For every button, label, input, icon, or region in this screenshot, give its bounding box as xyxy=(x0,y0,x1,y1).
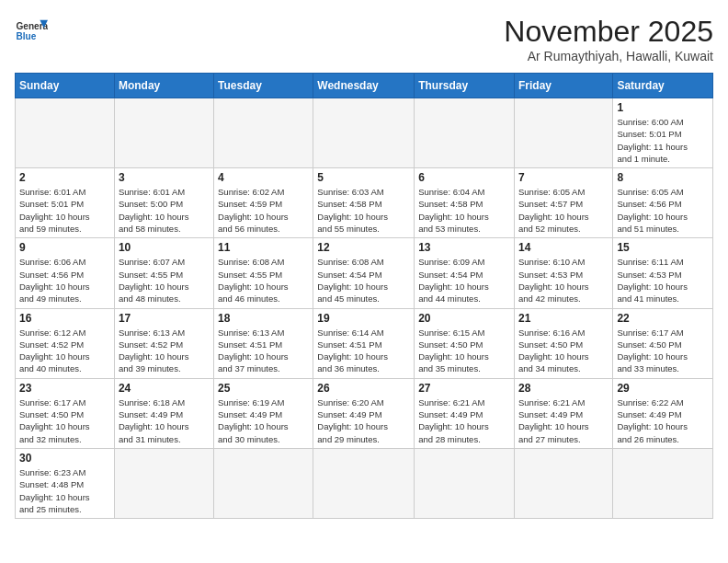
day-number: 28 xyxy=(518,382,609,395)
day-info: Sunrise: 6:15 AM Sunset: 4:50 PM Dayligh… xyxy=(418,327,510,375)
day-info: Sunrise: 6:17 AM Sunset: 4:50 PM Dayligh… xyxy=(19,396,110,445)
month-title: November 2025 xyxy=(504,15,713,49)
day-number: 13 xyxy=(418,241,510,254)
day-number: 25 xyxy=(218,382,309,395)
day-info: Sunrise: 6:06 AM Sunset: 4:56 PM Dayligh… xyxy=(19,256,110,304)
day-number: 21 xyxy=(518,312,609,325)
day-cell: 11Sunrise: 6:08 AM Sunset: 4:55 PM Dayli… xyxy=(214,238,313,308)
day-number: 16 xyxy=(19,312,110,325)
day-number: 7 xyxy=(518,171,609,184)
day-number: 15 xyxy=(617,241,709,254)
day-cell: 27Sunrise: 6:21 AM Sunset: 4:49 PM Dayli… xyxy=(415,378,515,448)
day-info: Sunrise: 6:08 AM Sunset: 4:54 PM Dayligh… xyxy=(317,256,410,304)
day-header-tuesday: Tuesday xyxy=(214,74,313,98)
day-header-row: SundayMondayTuesdayWednesdayThursdayFrid… xyxy=(16,74,713,98)
day-cell: 7Sunrise: 6:05 AM Sunset: 4:57 PM Daylig… xyxy=(514,168,612,238)
day-cell: 18Sunrise: 6:13 AM Sunset: 4:51 PM Dayli… xyxy=(214,308,313,378)
day-number: 20 xyxy=(418,312,510,325)
location-title: Ar Rumaythiyah, Hawalli, Kuwait xyxy=(504,49,713,63)
day-info: Sunrise: 6:12 AM Sunset: 4:52 PM Dayligh… xyxy=(19,327,110,375)
day-cell xyxy=(613,448,713,518)
day-header-sunday: Sunday xyxy=(16,74,115,98)
day-info: Sunrise: 6:01 AM Sunset: 5:01 PM Dayligh… xyxy=(19,186,110,235)
day-number: 3 xyxy=(119,171,210,184)
day-info: Sunrise: 6:21 AM Sunset: 4:49 PM Dayligh… xyxy=(418,396,510,445)
day-number: 17 xyxy=(119,312,210,325)
day-info: Sunrise: 6:10 AM Sunset: 4:53 PM Dayligh… xyxy=(518,256,609,304)
day-info: Sunrise: 6:16 AM Sunset: 4:50 PM Dayligh… xyxy=(518,327,609,375)
day-cell xyxy=(514,98,612,168)
day-number: 6 xyxy=(418,171,510,184)
day-cell: 21Sunrise: 6:16 AM Sunset: 4:50 PM Dayli… xyxy=(514,308,612,378)
day-cell: 17Sunrise: 6:13 AM Sunset: 4:52 PM Dayli… xyxy=(114,308,213,378)
day-cell xyxy=(16,98,115,168)
day-info: Sunrise: 6:05 AM Sunset: 4:57 PM Dayligh… xyxy=(518,186,609,235)
day-cell: 30Sunrise: 6:23 AM Sunset: 4:48 PM Dayli… xyxy=(16,448,115,518)
day-cell: 29Sunrise: 6:22 AM Sunset: 4:49 PM Dayli… xyxy=(613,378,713,448)
day-cell: 23Sunrise: 6:17 AM Sunset: 4:50 PM Dayli… xyxy=(16,378,115,448)
day-number: 14 xyxy=(518,241,609,254)
day-cell: 19Sunrise: 6:14 AM Sunset: 4:51 PM Dayli… xyxy=(313,308,415,378)
day-cell: 22Sunrise: 6:17 AM Sunset: 4:50 PM Dayli… xyxy=(613,308,713,378)
day-info: Sunrise: 6:03 AM Sunset: 4:58 PM Dayligh… xyxy=(317,186,410,235)
day-cell: 5Sunrise: 6:03 AM Sunset: 4:58 PM Daylig… xyxy=(313,168,415,238)
day-info: Sunrise: 6:01 AM Sunset: 5:00 PM Dayligh… xyxy=(119,186,210,235)
day-number: 10 xyxy=(119,241,210,254)
day-info: Sunrise: 6:04 AM Sunset: 4:58 PM Dayligh… xyxy=(418,186,510,235)
day-info: Sunrise: 6:13 AM Sunset: 4:52 PM Dayligh… xyxy=(119,327,210,375)
day-number: 26 xyxy=(317,382,410,395)
day-info: Sunrise: 6:13 AM Sunset: 4:51 PM Dayligh… xyxy=(218,327,309,375)
day-cell: 14Sunrise: 6:10 AM Sunset: 4:53 PM Dayli… xyxy=(514,238,612,308)
day-number: 29 xyxy=(617,382,709,395)
day-number: 2 xyxy=(19,171,110,184)
day-number: 23 xyxy=(19,382,110,395)
day-info: Sunrise: 6:22 AM Sunset: 4:49 PM Dayligh… xyxy=(617,396,709,445)
week-row-6: 30Sunrise: 6:23 AM Sunset: 4:48 PM Dayli… xyxy=(16,448,713,518)
svg-text:Blue: Blue xyxy=(16,31,36,41)
day-number: 9 xyxy=(19,241,110,254)
day-number: 4 xyxy=(218,171,309,184)
day-cell: 3Sunrise: 6:01 AM Sunset: 5:00 PM Daylig… xyxy=(114,168,213,238)
week-row-4: 16Sunrise: 6:12 AM Sunset: 4:52 PM Dayli… xyxy=(16,308,713,378)
week-row-5: 23Sunrise: 6:17 AM Sunset: 4:50 PM Dayli… xyxy=(16,378,713,448)
day-info: Sunrise: 6:00 AM Sunset: 5:01 PM Dayligh… xyxy=(617,116,709,165)
day-number: 22 xyxy=(617,312,709,325)
day-header-thursday: Thursday xyxy=(415,74,515,98)
day-cell xyxy=(415,448,515,518)
day-cell: 9Sunrise: 6:06 AM Sunset: 4:56 PM Daylig… xyxy=(16,238,115,308)
day-cell xyxy=(313,98,415,168)
day-header-monday: Monday xyxy=(114,74,213,98)
logo: General Blue xyxy=(15,15,48,48)
day-number: 19 xyxy=(317,312,410,325)
day-info: Sunrise: 6:20 AM Sunset: 4:49 PM Dayligh… xyxy=(317,396,410,445)
day-info: Sunrise: 6:05 AM Sunset: 4:56 PM Dayligh… xyxy=(617,186,709,235)
day-cell: 25Sunrise: 6:19 AM Sunset: 4:49 PM Dayli… xyxy=(214,378,313,448)
day-number: 30 xyxy=(19,452,110,465)
day-info: Sunrise: 6:08 AM Sunset: 4:55 PM Dayligh… xyxy=(218,256,309,304)
day-cell xyxy=(514,448,612,518)
day-cell xyxy=(415,98,515,168)
day-header-wednesday: Wednesday xyxy=(313,74,415,98)
day-number: 5 xyxy=(317,171,410,184)
day-cell xyxy=(114,448,213,518)
day-number: 11 xyxy=(218,241,309,254)
day-number: 24 xyxy=(119,382,210,395)
day-cell: 20Sunrise: 6:15 AM Sunset: 4:50 PM Dayli… xyxy=(415,308,515,378)
day-cell: 1Sunrise: 6:00 AM Sunset: 5:01 PM Daylig… xyxy=(613,98,713,168)
day-info: Sunrise: 6:18 AM Sunset: 4:49 PM Dayligh… xyxy=(119,396,210,445)
title-area: November 2025 Ar Rumaythiyah, Hawalli, K… xyxy=(504,15,713,63)
day-cell xyxy=(214,98,313,168)
day-cell: 13Sunrise: 6:09 AM Sunset: 4:54 PM Dayli… xyxy=(415,238,515,308)
day-cell: 4Sunrise: 6:02 AM Sunset: 4:59 PM Daylig… xyxy=(214,168,313,238)
day-info: Sunrise: 6:02 AM Sunset: 4:59 PM Dayligh… xyxy=(218,186,309,235)
week-row-3: 9Sunrise: 6:06 AM Sunset: 4:56 PM Daylig… xyxy=(16,238,713,308)
day-header-friday: Friday xyxy=(514,74,612,98)
day-cell: 8Sunrise: 6:05 AM Sunset: 4:56 PM Daylig… xyxy=(613,168,713,238)
day-cell: 26Sunrise: 6:20 AM Sunset: 4:49 PM Dayli… xyxy=(313,378,415,448)
day-header-saturday: Saturday xyxy=(613,74,713,98)
day-info: Sunrise: 6:19 AM Sunset: 4:49 PM Dayligh… xyxy=(218,396,309,445)
day-cell: 2Sunrise: 6:01 AM Sunset: 5:01 PM Daylig… xyxy=(16,168,115,238)
day-cell: 28Sunrise: 6:21 AM Sunset: 4:49 PM Dayli… xyxy=(514,378,612,448)
logo-svg: General Blue xyxy=(15,15,48,48)
day-number: 27 xyxy=(418,382,510,395)
